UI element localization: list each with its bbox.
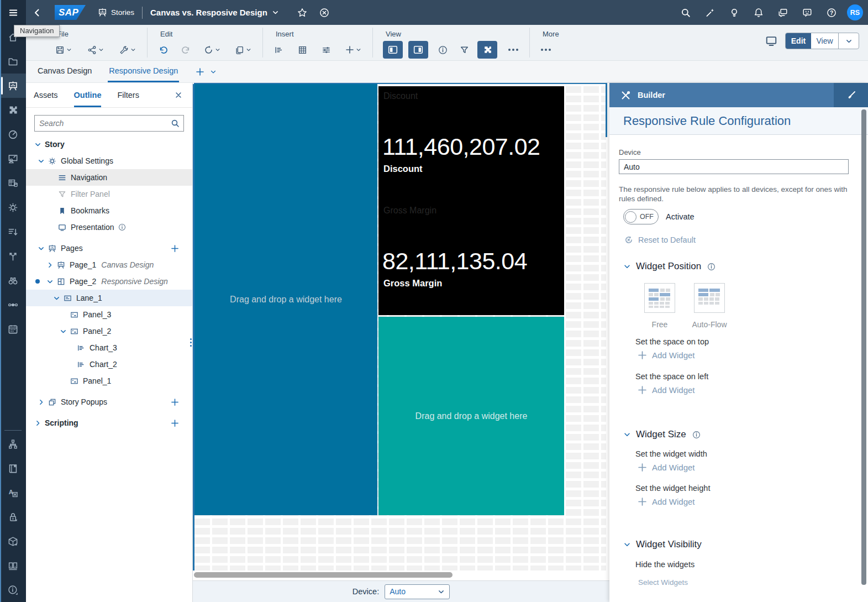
tree-item-chart-2[interactable]: Chart_2: [26, 356, 192, 373]
search-input[interactable]: [34, 115, 184, 132]
right-panel-toggle-button[interactable]: [408, 41, 428, 59]
rail-link-nodes-icon[interactable]: [0, 292, 26, 317]
tree-item-global-settings[interactable]: Global Settings: [26, 153, 192, 169]
search-icon[interactable]: [171, 119, 180, 128]
tree-item-navigation[interactable]: Navigation: [26, 169, 192, 186]
styling-brush-button[interactable]: [834, 83, 868, 107]
add-popup-button[interactable]: [171, 398, 179, 406]
avatar[interactable]: RS: [847, 4, 863, 20]
tree-item-chart-3[interactable]: Chart_3: [26, 339, 192, 356]
panel-resize-handle[interactable]: [190, 338, 192, 347]
rail-branch-arrows-icon[interactable]: [0, 244, 26, 268]
info-icon[interactable]: [707, 263, 716, 271]
horizontal-scrollbar[interactable]: [193, 572, 609, 578]
tree-item-bookmarks[interactable]: Bookmarks: [26, 202, 192, 219]
tree-item-page-2[interactable]: Page_2 Responsive Design: [26, 273, 192, 290]
select-widgets-link[interactable]: Select Widgets: [638, 578, 688, 587]
tree-item-page-1[interactable]: Page_1 Canvas Design: [26, 256, 192, 273]
tree-item-panel-3[interactable]: Panel_3: [26, 306, 192, 323]
builder-scrollbar-thumb[interactable]: [861, 109, 866, 585]
tab-outline[interactable]: Outline: [74, 83, 102, 107]
device-select[interactable]: Auto: [385, 584, 450, 599]
add-page-chevron-icon[interactable]: [210, 69, 217, 75]
position-autoflow-option[interactable]: [694, 283, 725, 313]
close-story-icon[interactable]: [313, 8, 335, 18]
info-icon[interactable]: [118, 223, 126, 231]
rail-settings-gear-icon[interactable]: [0, 195, 26, 219]
feedback-icon[interactable]: [795, 8, 819, 18]
chevron-down-icon[interactable]: [34, 141, 41, 148]
add-widget-height-link[interactable]: Add Widget: [638, 497, 695, 506]
tree-item-panel-1[interactable]: Panel_1: [26, 373, 192, 389]
tab-responsive-design[interactable]: Responsive Design: [108, 61, 179, 82]
rail-binoculars-icon[interactable]: [0, 268, 26, 292]
share-button[interactable]: [83, 41, 108, 59]
mode-dropdown-button[interactable]: [839, 33, 859, 49]
duplicate-button[interactable]: [231, 41, 255, 59]
rail-story-board-icon[interactable]: [0, 74, 26, 98]
insert-chart-button[interactable]: [270, 41, 287, 59]
add-widget-space-left-link[interactable]: Add Widget: [638, 385, 695, 395]
reset-to-default-link[interactable]: Reset to Default: [624, 235, 696, 244]
lane-1-dropzone[interactable]: Drag and drop a widget here: [194, 84, 377, 515]
rail-lock-icon[interactable]: [0, 505, 26, 529]
tab-assets[interactable]: Assets: [34, 83, 58, 107]
tab-filters[interactable]: Filters: [117, 83, 139, 107]
info-icon[interactable]: [692, 431, 701, 439]
rail-translation-icon[interactable]: [0, 480, 26, 505]
hamburger-menu-icon[interactable]: [0, 0, 26, 25]
add-page-button[interactable]: [196, 67, 204, 76]
notifications-bell-icon[interactable]: [746, 8, 771, 18]
tree-item-panel-2[interactable]: Panel_2: [26, 323, 192, 339]
tree-item-story-popups[interactable]: Story Popups: [26, 394, 192, 410]
filter-button[interactable]: [456, 41, 473, 59]
builder-puzzle-button[interactable]: [477, 41, 497, 59]
redo-button[interactable]: [177, 41, 194, 59]
lightbulb-icon[interactable]: [722, 8, 746, 18]
chevron-down-icon[interactable]: [38, 158, 45, 165]
display-monitor-icon[interactable]: [765, 35, 777, 47]
chevron-down-icon[interactable]: [38, 245, 45, 252]
panel-1-dropzone[interactable]: Drag and drop a widget here: [378, 317, 564, 515]
panel-2-kpi-widget[interactable]: Discount 111,460,207.02 Discount Gross M…: [378, 86, 564, 315]
chevron-right-icon[interactable]: [38, 399, 45, 406]
chevron-right-icon[interactable]: [34, 420, 41, 427]
tab-canvas-design[interactable]: Canvas Design: [36, 61, 93, 82]
rail-extensions-puzzle-icon[interactable]: [0, 98, 26, 122]
rail-sort-list-icon[interactable]: [0, 219, 26, 244]
widget-visibility-section-header[interactable]: Widget Visibility: [623, 539, 702, 550]
insert-more-button[interactable]: [341, 41, 365, 59]
rail-dataset-table-icon[interactable]: [0, 171, 26, 195]
assistant-icon[interactable]: [698, 8, 722, 18]
insert-input-control-button[interactable]: [318, 41, 335, 59]
tree-item-scripting[interactable]: Scripting: [26, 415, 192, 431]
tree-item-presentation[interactable]: Presentation: [26, 219, 192, 235]
details-info-button[interactable]: [434, 41, 451, 59]
chevron-down-icon[interactable]: [46, 278, 54, 285]
story-title[interactable]: Canvas vs. Resposive Design: [150, 8, 279, 17]
save-button[interactable]: [51, 41, 76, 59]
stories-context[interactable]: Stories: [98, 8, 134, 17]
rail-kpi-gauge-icon[interactable]: [0, 122, 26, 146]
mode-edit-button[interactable]: Edit: [786, 33, 811, 49]
undo-button[interactable]: [155, 41, 172, 59]
help-icon[interactable]: [819, 8, 844, 18]
rail-folder-icon[interactable]: [0, 49, 26, 74]
rail-package-box-icon[interactable]: [0, 529, 26, 553]
rail-calendar-icon[interactable]: [0, 317, 26, 341]
rail-catalog-book-icon[interactable]: [0, 456, 26, 480]
tools-button[interactable]: [115, 41, 140, 59]
tree-item-story[interactable]: Story: [26, 136, 192, 153]
refresh-button[interactable]: [200, 41, 224, 59]
favorite-star-icon[interactable]: [291, 8, 313, 18]
view-overflow-button[interactable]: [504, 41, 522, 59]
add-widget-width-link[interactable]: Add Widget: [638, 463, 695, 472]
chevron-right-icon[interactable]: [46, 261, 54, 269]
tree-item-pages[interactable]: Pages: [26, 240, 192, 256]
add-widget-space-top-link[interactable]: Add Widget: [638, 350, 695, 360]
device-field-input[interactable]: [619, 159, 849, 174]
close-panel-icon[interactable]: [175, 91, 182, 99]
rail-presentation-person-icon[interactable]: [0, 146, 26, 171]
tree-item-lane-1[interactable]: Lane_1: [26, 290, 192, 306]
chevron-down-icon[interactable]: [53, 295, 60, 302]
